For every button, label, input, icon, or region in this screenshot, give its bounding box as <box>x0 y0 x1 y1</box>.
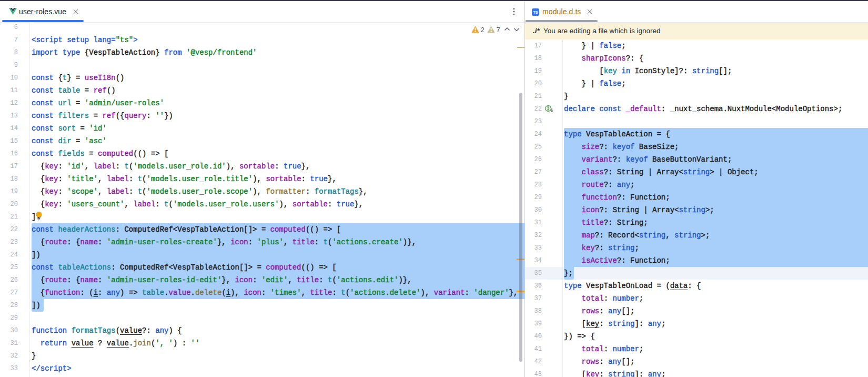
svg-text:7: 7 <box>497 26 500 34</box>
svg-text:2: 2 <box>481 26 485 34</box>
